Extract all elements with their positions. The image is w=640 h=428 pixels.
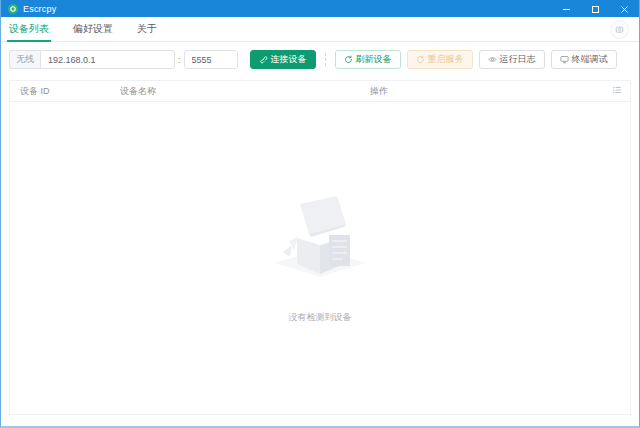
wireless-address-group: 无线 [9, 50, 175, 69]
close-button[interactable] [610, 0, 639, 17]
connect-device-button[interactable]: 连接设备 [250, 50, 316, 69]
tab-preferences-label: 偏好设置 [73, 22, 113, 36]
ip-address-input[interactable] [40, 50, 175, 69]
tab-bar: 设备列表 偏好设置 关于 [1, 17, 639, 42]
camera-icon [615, 20, 624, 38]
terminal-debug-button[interactable]: 终端调试 [551, 50, 617, 69]
column-device-id: 设备 ID [10, 85, 110, 98]
refresh-icon [344, 55, 353, 64]
tab-about-label: 关于 [137, 22, 157, 36]
column-device-name: 设备名称 [110, 85, 360, 98]
monitor-icon [560, 55, 569, 64]
column-actions: 操作 [360, 85, 604, 98]
empty-box-illustration [267, 193, 373, 289]
window-title: Escrcpy [23, 4, 56, 14]
maximize-button[interactable] [581, 0, 610, 17]
toolbar-divider [325, 53, 326, 66]
empty-state-text: 没有检测到设备 [289, 311, 352, 324]
restart-icon [416, 55, 425, 64]
restart-service-label: 重启服务 [428, 53, 464, 66]
link-icon [259, 55, 268, 64]
wireless-mode-label[interactable]: 无线 [9, 50, 40, 69]
app-window: Escrcpy 设备列表 偏好设置 [0, 0, 640, 428]
tab-preferences[interactable]: 偏好设置 [73, 17, 113, 41]
tab-device-list-label: 设备列表 [9, 22, 49, 36]
connection-toolbar: 无线 : 连接设备 刷新设备 [1, 42, 639, 75]
tab-device-list[interactable]: 设备列表 [9, 17, 49, 41]
run-log-label: 运行日志 [500, 53, 536, 66]
device-table-empty-state: 没有检测到设备 [10, 102, 630, 414]
device-table: 设备 ID 设备名称 操作 [9, 80, 631, 415]
refresh-devices-button[interactable]: 刷新设备 [335, 50, 401, 69]
titlebar: Escrcpy [1, 0, 639, 17]
device-table-header: 设备 ID 设备名称 操作 [10, 81, 630, 102]
eye-icon [488, 55, 497, 64]
host-port-separator: : [178, 55, 181, 65]
restart-service-button[interactable]: 重启服务 [407, 50, 473, 69]
port-input[interactable] [184, 50, 238, 69]
minimize-icon [562, 0, 571, 18]
list-icon [612, 85, 622, 97]
camera-button[interactable] [610, 20, 629, 39]
run-log-button[interactable]: 运行日志 [479, 50, 545, 69]
minimize-button[interactable] [552, 0, 581, 17]
column-settings-button[interactable] [604, 85, 630, 97]
terminal-debug-label: 终端调试 [572, 53, 608, 66]
refresh-devices-label: 刷新设备 [356, 53, 392, 66]
window-controls [552, 0, 639, 17]
connect-device-label: 连接设备 [271, 53, 307, 66]
close-icon [620, 0, 629, 18]
maximize-icon [591, 0, 600, 18]
tab-about[interactable]: 关于 [137, 17, 157, 41]
escrcpy-logo-icon [8, 4, 18, 14]
